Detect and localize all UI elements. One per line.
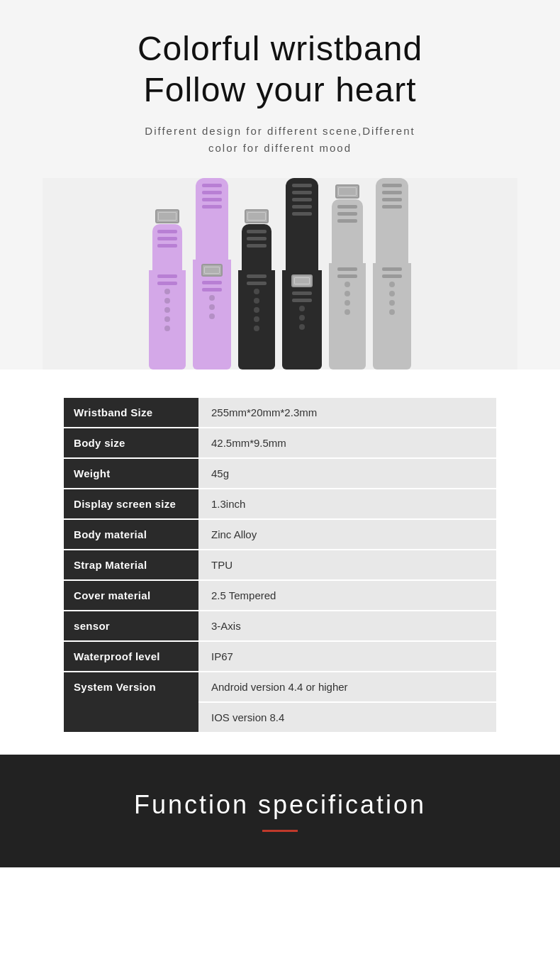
spec-value: Zinc Alloy [198,520,496,549]
band-hole [345,309,350,315]
spec-row: Wristband Size255mm*20mm*2.3mm [64,398,496,427]
hero-section: Colorful wristband Follow your heart Dif… [0,0,560,370]
spec-value: 42.5mm*9.5mm [198,428,496,457]
function-underline [262,830,298,832]
band-hole [164,289,170,294]
slot [337,274,357,278]
band-hole [209,313,215,319]
band-hole [299,324,305,330]
slot [202,198,222,201]
buckle-black-large [291,274,313,287]
buckle-purple-large [201,264,223,277]
slot [292,291,312,295]
function-title: Function specification [43,790,517,820]
slot [337,219,357,223]
band-hole [164,326,170,331]
band-lower-purple-large [193,260,231,370]
band-gray-large [373,178,411,370]
band-lower-purple-small [149,270,186,370]
slot [292,212,312,216]
slot [202,184,222,187]
band-lower-black-large [282,270,322,370]
spec-label: Body size [64,428,198,457]
band-hole [164,316,170,322]
band-hole [345,282,350,287]
slot [337,212,357,216]
band-black-small [238,209,275,370]
spec-value: 3-Axis [198,611,496,640]
slot [202,205,222,209]
spec-label: sensor [64,611,198,640]
spec-row: Display screen size1.3inch [64,489,496,518]
buckle-purple-small [155,209,179,223]
slot [382,205,402,209]
hero-title-line2: Follow your heart [143,71,416,109]
function-section: Function specification [0,755,560,867]
spec-label: Waterproof level [64,642,198,671]
slot [157,282,177,285]
spec-value: Android version 4.4 or higher [198,672,496,701]
slot [382,198,402,201]
spec-row: Waterproof levelIP67 [64,642,496,671]
hero-subtitle-line1: Different design for different scene,Dif… [145,125,415,137]
spec-row: Strap MaterialTPU [64,550,496,579]
band-lower-black-small [238,270,275,370]
band-purple-small [149,209,186,370]
spec-label: Cover material [64,581,198,610]
band-hole [254,316,259,322]
slot [157,237,177,240]
buckle-black-small [245,209,269,223]
spec-row: Weight45g [64,459,496,488]
spec-value: 2.5 Tempered [198,581,496,610]
slot [157,244,177,248]
band-hole [389,291,395,296]
hero-title: Colorful wristband Follow your heart [43,28,517,110]
band-hole [345,300,350,306]
spec-row: sensor3-Axis [64,611,496,640]
band-hole [389,300,395,306]
spec-value: TPU [198,550,496,579]
spec-row: Body size42.5mm*9.5mm [64,428,496,457]
slot [337,205,357,209]
band-hole [299,315,305,321]
band-upper-gray-large [376,178,408,263]
hero-subtitle: Different design for different scene,Dif… [43,123,517,157]
spec-label: Strap Material [64,550,198,579]
spec-label: Weight [64,459,198,488]
specs-table: Wristband Size255mm*20mm*2.3mmBody size4… [64,398,496,732]
band-hole [389,309,395,315]
spec-row: Body materialZinc Alloy [64,520,496,549]
slot [382,191,402,194]
band-upper-purple-large [196,178,228,260]
hero-subtitle-line2: color for different mood [208,142,352,154]
slot [157,274,177,278]
spec-row: System VersionAndroid version 4.4 or hig… [64,672,496,732]
spec-label: Body material [64,520,198,549]
band-hole [254,298,259,304]
band-hole [209,304,215,310]
slot [157,230,177,233]
slot [292,299,312,302]
band-hole [164,298,170,304]
band-hole [254,326,259,331]
slot [382,274,402,278]
bands-display [43,178,517,370]
spec-value: IOS version 8.4 [198,703,496,732]
spec-value: IP67 [198,642,496,671]
band-hole [164,307,170,313]
hero-title-line1: Colorful wristband [138,30,422,67]
spec-label: Wristband Size [64,398,198,427]
band-gray-medium [329,184,366,370]
slot [202,288,222,291]
band-hole [345,291,350,296]
band-lower-gray [329,263,366,370]
slot [382,267,402,271]
spec-row: Cover material2.5 Tempered [64,581,496,610]
band-upper-black-small [242,224,271,270]
slot [247,282,267,285]
slot [337,267,357,271]
slot [292,191,312,194]
band-hole [254,307,259,313]
slot [202,281,222,284]
spec-value: 45g [198,459,496,488]
